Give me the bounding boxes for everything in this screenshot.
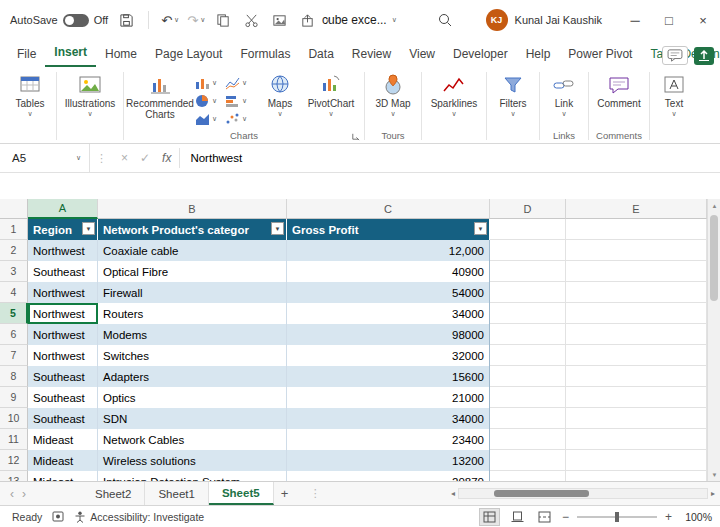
zoom-level[interactable]: 100%	[680, 511, 712, 523]
ribbon-tab-insert[interactable]: Insert	[45, 42, 96, 67]
cell[interactable]	[490, 408, 566, 429]
ribbon-tab-home[interactable]: Home	[96, 44, 146, 67]
cell-region[interactable]: Southeast	[28, 261, 98, 282]
insert-function-button[interactable]: fx	[162, 151, 171, 165]
cell-region[interactable]: Southeast	[28, 408, 98, 429]
filter-button[interactable]: ▼	[474, 222, 487, 235]
vertical-scrollbar-thumb[interactable]	[710, 215, 718, 301]
filter-button[interactable]: ▼	[271, 222, 284, 235]
zoom-out-button[interactable]: −	[562, 510, 569, 524]
ribbon-tab-review[interactable]: Review	[343, 44, 400, 67]
cell[interactable]	[566, 219, 707, 240]
row-header[interactable]: 4	[0, 282, 28, 303]
cell-region[interactable]: Mideast	[28, 471, 98, 481]
column-header-e[interactable]: E	[566, 199, 707, 219]
cell-product[interactable]: Firewall	[98, 282, 287, 303]
cell[interactable]	[490, 429, 566, 450]
ribbon-tab-developer[interactable]: Developer	[444, 44, 517, 67]
bar-chart-button[interactable]: ∨	[225, 92, 255, 110]
table-header-product[interactable]: Network Product's categor ▼	[98, 219, 287, 240]
comments-button[interactable]	[662, 46, 688, 65]
horizontal-scrollbar-track[interactable]	[458, 488, 708, 499]
cell[interactable]	[490, 324, 566, 345]
cell-region[interactable]: Mideast	[28, 450, 98, 471]
row-header[interactable]: 11	[0, 429, 28, 450]
column-header-d[interactable]: D	[490, 199, 566, 219]
cell-profit[interactable]: 13200	[287, 450, 490, 471]
accessibility-status[interactable]: Accessibility: Investigate	[74, 511, 204, 523]
row-header[interactable]: 7	[0, 345, 28, 366]
cut-button[interactable]	[241, 8, 261, 32]
table-header-region[interactable]: Region ▼	[28, 219, 98, 240]
sheet-nav-left-icon[interactable]: ‹	[10, 487, 14, 501]
save-button[interactable]	[116, 8, 136, 32]
close-button[interactable]: ×	[686, 0, 720, 40]
cell-region[interactable]: Northwest	[28, 345, 98, 366]
minimize-button[interactable]: ─	[618, 0, 652, 40]
cell-product[interactable]: Wireless solutions	[98, 450, 287, 471]
row-header[interactable]: 10	[0, 408, 28, 429]
search-button[interactable]	[432, 8, 458, 32]
horizontal-scrollbar[interactable]: ◂ ▸	[448, 487, 718, 500]
cell[interactable]	[490, 345, 566, 366]
cell-profit[interactable]: 98000	[287, 324, 490, 345]
cell-product[interactable]: Routers	[98, 303, 287, 324]
horizontal-scrollbar-thumb[interactable]	[494, 490, 589, 497]
cell[interactable]	[566, 240, 707, 261]
cell-region[interactable]: Mideast	[28, 429, 98, 450]
cell[interactable]	[490, 261, 566, 282]
scroll-down-icon[interactable]: ▼	[708, 468, 720, 481]
cell-profit[interactable]: 15600	[287, 366, 490, 387]
comment-button[interactable]: Comment	[593, 69, 645, 109]
pivotchart-button[interactable]: PivotChart ∨	[302, 69, 360, 118]
column-header-b[interactable]: B	[98, 199, 287, 219]
cell-product[interactable]: SDN	[98, 408, 287, 429]
row-header[interactable]: 5	[0, 303, 28, 324]
cell[interactable]	[566, 324, 707, 345]
cell[interactable]	[566, 303, 707, 324]
table-header-profit[interactable]: Gross Profit ▼	[287, 219, 490, 240]
scroll-left-icon[interactable]: ◂	[448, 489, 458, 498]
cell-profit[interactable]: 34000	[287, 408, 490, 429]
row-header[interactable]: 8	[0, 366, 28, 387]
zoom-slider[interactable]	[577, 516, 657, 518]
cell[interactable]	[566, 366, 707, 387]
name-box[interactable]: A5 ∨	[0, 144, 90, 172]
ribbon-tab-formulas[interactable]: Formulas	[231, 44, 299, 67]
cell[interactable]	[490, 282, 566, 303]
share-command-button[interactable]	[297, 8, 317, 32]
row-header[interactable]: 9	[0, 387, 28, 408]
enter-button[interactable]: ✓	[140, 151, 150, 165]
cell[interactable]	[490, 240, 566, 261]
scatter-chart-button[interactable]: ∨	[225, 110, 255, 128]
redo-button[interactable]: ↷ ∨	[187, 14, 205, 27]
row-header[interactable]: 6	[0, 324, 28, 345]
recommended-charts-button[interactable]: Recommended Charts	[128, 69, 192, 120]
cell-profit[interactable]: 32000	[287, 345, 490, 366]
cell[interactable]	[566, 282, 707, 303]
cell-product[interactable]: Adapters	[98, 366, 287, 387]
cell[interactable]	[566, 408, 707, 429]
cell-profit[interactable]: 23400	[287, 429, 490, 450]
cell[interactable]	[490, 219, 566, 240]
cell[interactable]	[566, 261, 707, 282]
text-button[interactable]: Text ∨	[654, 69, 694, 118]
tables-button[interactable]: Tables ∨	[8, 69, 52, 118]
cell-product[interactable]: Network Cables	[98, 429, 287, 450]
ribbon-tab-help[interactable]: Help	[517, 44, 560, 67]
share-button[interactable]	[694, 47, 714, 65]
illustrations-button[interactable]: Illustrations ∨	[61, 69, 119, 118]
sheet-nav-right-icon[interactable]: ›	[22, 487, 26, 501]
cell-region[interactable]: Southeast	[28, 366, 98, 387]
formula-bar-splitter[interactable]: ⋮	[90, 144, 113, 172]
column-header-a[interactable]: A	[28, 199, 98, 219]
ribbon-tab-power-pivot[interactable]: Power Pivot	[559, 44, 641, 67]
cell[interactable]	[490, 387, 566, 408]
row-header[interactable]: 12	[0, 450, 28, 471]
page-break-view-button[interactable]	[535, 509, 554, 525]
tab-scroll-splitter[interactable]: ⋮	[310, 482, 321, 505]
cell[interactable]	[490, 366, 566, 387]
cell[interactable]	[566, 471, 707, 481]
cell-profit[interactable]: 21000	[287, 387, 490, 408]
formula-input[interactable]: Northwest	[180, 144, 720, 172]
